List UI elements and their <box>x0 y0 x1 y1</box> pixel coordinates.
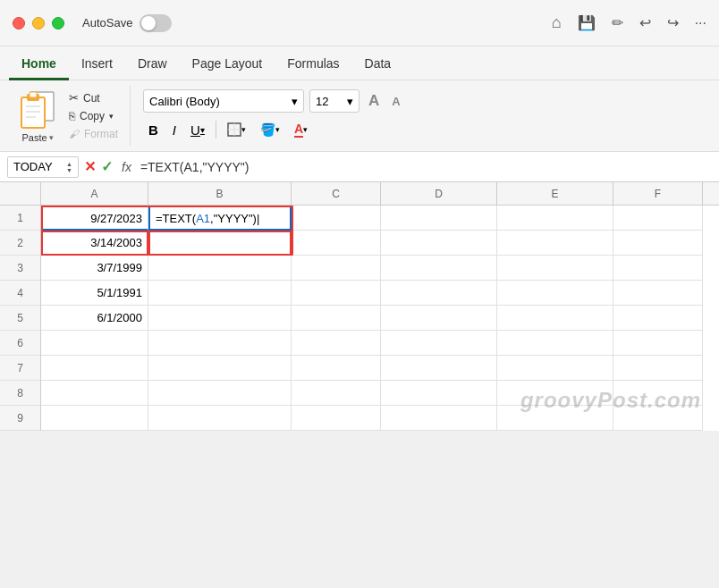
cell-c7[interactable] <box>292 356 381 381</box>
tab-page-layout[interactable]: Page Layout <box>180 51 275 80</box>
cell-b2[interactable] <box>148 231 292 256</box>
format-icon: 🖌 <box>69 128 80 140</box>
decrease-font-button[interactable]: A <box>388 93 403 110</box>
cell-c3[interactable] <box>292 256 381 281</box>
cell-a5[interactable]: 6/1/2000 <box>41 306 148 331</box>
cell-a8[interactable] <box>41 381 148 406</box>
table-row: 3/14/2003 <box>41 231 719 256</box>
cell-f5[interactable] <box>613 306 703 331</box>
cell-b9[interactable] <box>148 406 292 431</box>
cell-b7[interactable] <box>148 356 292 381</box>
redo-icon[interactable]: ↪ <box>667 14 679 31</box>
edit-icon[interactable]: ✏ <box>612 14 623 31</box>
cell-b1[interactable]: =TEXT(A1,"YYYY")| <box>148 206 292 231</box>
cell-d1[interactable] <box>381 206 497 231</box>
cancel-formula-button[interactable]: ✕ <box>84 158 96 175</box>
cell-b3[interactable] <box>148 256 292 281</box>
autosave-toggle[interactable] <box>140 14 172 32</box>
table-row: 5/1/1991 <box>41 281 719 306</box>
undo-icon[interactable]: ↩ <box>639 14 651 31</box>
cell-e2[interactable] <box>497 231 613 256</box>
cell-c8[interactable] <box>292 381 381 406</box>
row-header-3: 3 <box>0 256 40 281</box>
font-size-select[interactable]: 12 ▾ <box>309 89 360 113</box>
bold-button[interactable]: B <box>143 118 164 141</box>
font-name-select[interactable]: Calibri (Body) ▾ <box>143 89 304 113</box>
cell-d9[interactable] <box>381 406 497 431</box>
cell-d5[interactable] <box>381 306 497 331</box>
maximize-button[interactable] <box>52 17 64 29</box>
cell-a9[interactable] <box>41 406 148 431</box>
name-box[interactable]: TODAY ▲▼ <box>7 156 79 178</box>
copy-button[interactable]: ⎘ Copy ▾ <box>66 108 121 124</box>
home-icon[interactable]: ⌂ <box>552 13 562 32</box>
col-header-a: A <box>41 182 148 205</box>
table-row <box>41 331 719 356</box>
save-icon[interactable]: 💾 <box>578 14 596 31</box>
cell-c5[interactable] <box>292 306 381 331</box>
cell-a1[interactable]: 9/27/2023 <box>41 206 148 231</box>
cell-d7[interactable] <box>381 356 497 381</box>
cell-f1[interactable] <box>613 206 703 231</box>
cell-a2[interactable]: 3/14/2003 <box>41 231 148 256</box>
cell-c2[interactable] <box>292 231 381 256</box>
cell-d3[interactable] <box>381 256 497 281</box>
cell-b4[interactable] <box>148 281 292 306</box>
cell-d8[interactable] <box>381 381 497 406</box>
fill-color-button[interactable]: 🪣 ▾ <box>255 118 285 141</box>
format-button[interactable]: 🖌 Format <box>66 126 121 142</box>
row-header-8: 8 <box>0 381 40 406</box>
minimize-button[interactable] <box>32 17 45 29</box>
cell-c6[interactable] <box>292 331 381 356</box>
tab-draw[interactable]: Draw <box>125 51 180 80</box>
cut-button[interactable]: ✂ Cut <box>66 89 121 106</box>
increase-font-button[interactable]: A <box>365 90 383 112</box>
cell-e6[interactable] <box>497 331 613 356</box>
more-icon[interactable]: ··· <box>695 15 706 31</box>
table-row: 9/27/2023 =TEXT(A1,"YYYY")| <box>41 206 719 231</box>
cell-d2[interactable] <box>381 231 497 256</box>
formula-input[interactable]: =TEXT(A1,"YYYY") <box>140 160 712 174</box>
cell-a3[interactable]: 3/7/1999 <box>41 256 148 281</box>
tab-insert[interactable]: Insert <box>69 51 125 80</box>
cell-f3[interactable] <box>613 256 703 281</box>
font-color-dropdown-icon: ▾ <box>303 125 308 134</box>
paste-label: Paste <box>21 132 47 143</box>
cell-b6[interactable] <box>148 331 292 356</box>
cell-f6[interactable] <box>613 331 703 356</box>
italic-button[interactable]: I <box>167 118 182 141</box>
cell-d4[interactable] <box>381 281 497 306</box>
close-button[interactable] <box>13 17 25 29</box>
name-box-arrows: ▲▼ <box>66 161 72 173</box>
tab-home[interactable]: Home <box>9 51 69 80</box>
cell-e1[interactable] <box>497 206 613 231</box>
paste-button[interactable]: Paste ▾ <box>18 88 57 143</box>
cell-e7[interactable] <box>497 356 613 381</box>
cell-b8[interactable] <box>148 381 292 406</box>
cell-a7[interactable] <box>41 356 148 381</box>
cell-c9[interactable] <box>292 406 381 431</box>
cell-e3[interactable] <box>497 256 613 281</box>
tab-formulas[interactable]: Formulas <box>275 51 351 80</box>
cell-c4[interactable] <box>292 281 381 306</box>
cell-f7[interactable] <box>613 356 703 381</box>
cell-a6[interactable] <box>41 331 148 356</box>
cell-e4[interactable] <box>497 281 613 306</box>
cell-e9[interactable] <box>497 406 613 431</box>
cell-f4[interactable] <box>613 281 703 306</box>
borders-button[interactable]: ▾ <box>222 118 251 141</box>
cell-f2[interactable] <box>613 231 703 256</box>
cell-e8[interactable] <box>497 381 613 406</box>
cell-f9[interactable] <box>613 406 703 431</box>
cell-a4[interactable]: 5/1/1991 <box>41 281 148 306</box>
confirm-formula-button[interactable]: ✓ <box>101 158 113 175</box>
cell-e5[interactable] <box>497 306 613 331</box>
tab-data[interactable]: Data <box>352 51 404 80</box>
cell-b5[interactable] <box>148 306 292 331</box>
font-color-button[interactable]: A ▾ <box>289 118 313 141</box>
font-name-dropdown-icon: ▾ <box>292 95 298 108</box>
underline-button[interactable]: U ▾ <box>185 118 210 141</box>
cell-c1[interactable] <box>292 206 381 231</box>
cell-f8[interactable] <box>613 381 703 406</box>
cell-d6[interactable] <box>381 331 497 356</box>
